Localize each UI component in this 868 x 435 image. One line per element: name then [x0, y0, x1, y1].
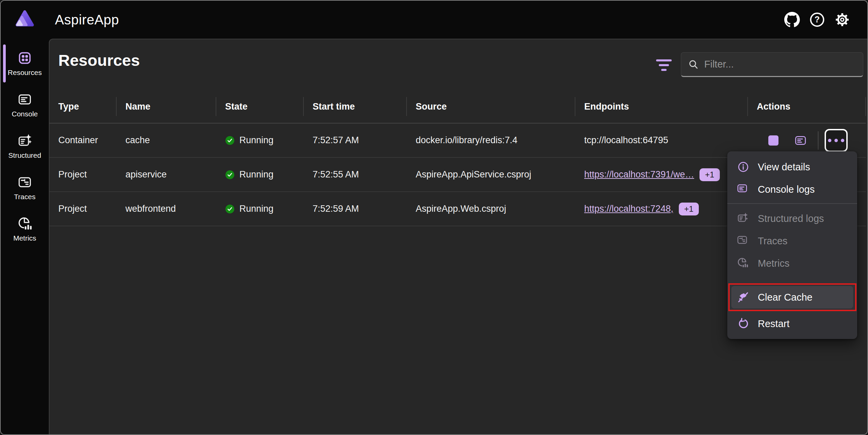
running-check-icon: [225, 204, 235, 214]
menu-item-restart[interactable]: Restart: [727, 313, 857, 335]
menu-item-metrics[interactable]: Metrics: [727, 252, 857, 275]
cell-endpoints: tcp://localhost:64795: [575, 135, 748, 146]
github-icon: [784, 12, 800, 27]
menu-item-label: Metrics: [758, 258, 789, 269]
aspire-dashboard-window: AspireApp Resources Console Structured: [0, 0, 868, 435]
filter-input[interactable]: [704, 59, 856, 70]
sidebar-item-label: Console: [12, 110, 38, 118]
cell-start-time: 7:52:59 AM: [304, 204, 407, 214]
menu-item-label: Clear Cache: [758, 292, 812, 303]
column-header-type: Type: [50, 90, 117, 123]
console-logs-icon: [737, 184, 749, 195]
row-actions-context-menu: View details Console logs Structured log…: [727, 151, 857, 339]
page-title: Resources: [58, 51, 140, 70]
menu-item-structured-logs[interactable]: Structured logs: [727, 207, 857, 230]
menu-item-label: Structured logs: [758, 213, 824, 224]
structured-logs-icon: [17, 133, 32, 148]
cell-source: AspireApp.Web.csproj: [407, 204, 575, 214]
sidebar-item-resources[interactable]: Resources: [1, 43, 49, 84]
sidebar-item-metrics[interactable]: Metrics: [1, 208, 49, 250]
cell-source: docker.io/library/redis:7.4: [407, 135, 575, 146]
help-button[interactable]: [809, 12, 825, 28]
sidebar: Resources Console Structured Traces Metr…: [1, 39, 49, 434]
column-header-name: Name: [117, 90, 216, 123]
column-header-endpoints: Endpoints: [575, 90, 748, 123]
cell-actions: [748, 129, 866, 152]
column-header-source: Source: [407, 90, 575, 123]
github-button[interactable]: [784, 12, 800, 28]
state-label: Running: [239, 135, 274, 146]
menu-item-clear-cache[interactable]: Clear Cache: [731, 286, 853, 308]
endpoint-text: tcp://localhost:64795: [584, 135, 668, 146]
state-label: Running: [239, 204, 274, 214]
cell-endpoints: https://localhost:7248, +1: [575, 203, 748, 215]
aspire-logo-icon: [15, 10, 35, 27]
endpoint-link[interactable]: https://localhost:7391/we…: [584, 169, 694, 180]
cell-source: AspireApp.ApiService.csproj: [407, 169, 575, 180]
row-actions-menu-button[interactable]: [825, 129, 848, 152]
clear-cache-broom-off-icon: [737, 291, 749, 303]
menu-item-console-logs[interactable]: Console logs: [727, 178, 857, 201]
traces-icon: [17, 175, 32, 190]
menu-item-label: Console logs: [758, 184, 815, 195]
actions-divider: [818, 131, 818, 150]
column-header-state: State: [216, 90, 304, 123]
app-title: AspireApp: [55, 1, 119, 39]
settings-button[interactable]: [834, 12, 850, 28]
menu-item-traces[interactable]: Traces: [727, 230, 857, 252]
menu-item-label: Traces: [758, 235, 788, 247]
sidebar-item-structured[interactable]: Structured: [1, 126, 49, 167]
console-icon: [17, 92, 32, 107]
sidebar-item-console[interactable]: Console: [1, 84, 49, 126]
filter-toggle-button[interactable]: [655, 57, 673, 73]
endpoint-count-badge[interactable]: +1: [699, 168, 719, 181]
cell-name: cache: [117, 135, 216, 146]
sidebar-item-label: Metrics: [13, 234, 36, 242]
table-header-row: Type Name State Start time Source Endpoi…: [50, 90, 866, 124]
resources-grid-icon: [17, 51, 32, 65]
menu-separator: [727, 203, 857, 204]
topbar-actions: [784, 1, 850, 39]
top-bar: AspireApp: [1, 1, 867, 39]
filter-searchbox: [681, 52, 863, 77]
sidebar-item-traces[interactable]: Traces: [1, 167, 49, 208]
cell-start-time: 7:52:55 AM: [304, 169, 407, 180]
cell-state: Running: [216, 169, 304, 180]
metrics-icon: [737, 258, 749, 269]
cell-start-time: 7:52:57 AM: [304, 135, 407, 146]
running-check-icon: [225, 136, 235, 145]
cell-endpoints: https://localhost:7391/we… +1: [575, 168, 748, 181]
cell-type: Container: [50, 135, 117, 146]
column-header-start-time: Start time: [304, 90, 407, 123]
cell-name: apiservice: [117, 169, 216, 180]
traces-icon: [737, 235, 749, 247]
ellipsis-icon: [828, 139, 831, 142]
cell-state: Running: [216, 204, 304, 214]
metrics-icon: [17, 216, 32, 231]
filter-icon: [656, 59, 672, 61]
sidebar-item-label: Structured: [8, 151, 41, 159]
info-icon: [737, 161, 749, 173]
console-logs-button[interactable]: [794, 134, 807, 147]
running-check-icon: [225, 170, 235, 179]
console-logs-icon: [794, 134, 807, 147]
gear-icon: [834, 12, 850, 28]
menu-item-view-details[interactable]: View details: [727, 156, 857, 178]
cell-state: Running: [216, 135, 304, 146]
state-label: Running: [239, 169, 274, 180]
menu-item-label: Restart: [758, 318, 789, 329]
column-header-actions: Actions: [748, 90, 866, 123]
menu-item-label: View details: [758, 162, 810, 173]
cell-type: Project: [50, 169, 117, 180]
sidebar-item-label: Traces: [14, 193, 35, 201]
cell-name: webfrontend: [117, 204, 216, 214]
stop-button[interactable]: [768, 135, 778, 146]
structured-logs-icon: [737, 213, 749, 224]
endpoint-link[interactable]: https://localhost:7248,: [584, 204, 673, 214]
search-icon: [688, 59, 699, 70]
sidebar-item-label: Resources: [8, 69, 42, 77]
menu-spacer: [727, 275, 857, 286]
help-icon: [809, 12, 825, 28]
restart-icon: [737, 318, 749, 329]
endpoint-count-badge[interactable]: +1: [679, 203, 699, 215]
